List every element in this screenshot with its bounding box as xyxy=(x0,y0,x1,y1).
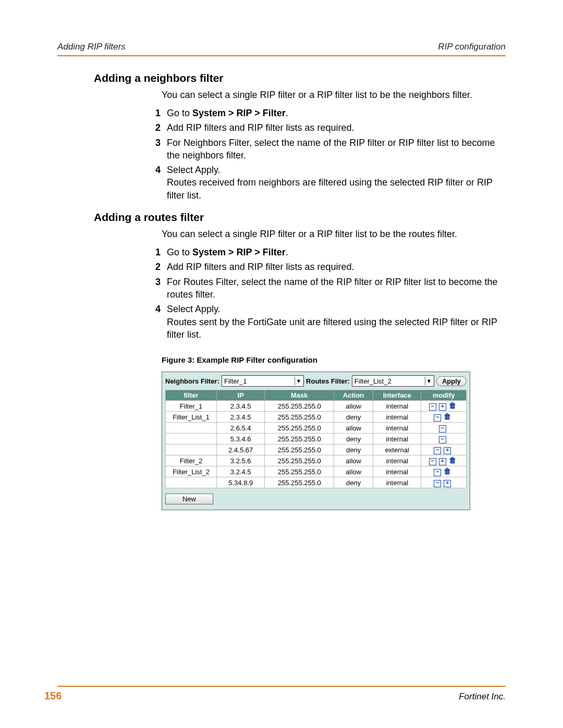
neighbors-filter-label: Neighbors Filter: xyxy=(165,377,219,385)
minus-icon[interactable]: − xyxy=(429,403,436,411)
section-heading-routes: Adding a routes filter xyxy=(94,211,506,224)
page-number: 156 xyxy=(44,690,62,702)
section1-step-1: 1 Go to System > RIP > Filter. xyxy=(146,107,506,119)
running-head-right: RIP configuration xyxy=(438,42,506,52)
col-interface: Interface xyxy=(373,390,421,401)
footer-right: Fortinet Inc. xyxy=(459,692,506,702)
table-row: Filter_List_23.2.4.5255.255.255.0allowin… xyxy=(166,466,467,477)
top-rule xyxy=(57,55,506,56)
minus-icon[interactable]: − xyxy=(434,469,441,476)
table-row: 5.34.8.9255.255.255.0denyinternal−+ xyxy=(166,477,467,488)
rip-filter-screenshot: Neighbors Filter: Filter_1 ▼ Routes Filt… xyxy=(162,372,470,510)
section2-step-2: 2 Add RIP filters and RIP filter lists a… xyxy=(146,261,506,273)
minus-icon[interactable]: − xyxy=(434,414,441,422)
routes-filter-select[interactable]: Filter_List_2 ▼ xyxy=(352,375,434,387)
section1-intro: You can select a single RIP filter or a … xyxy=(162,90,506,101)
section2-step-4: 4 Select Apply. Routes sent by the Forti… xyxy=(146,303,506,341)
table-row: Filter_List_12.3.4.5255.255.255.0denyint… xyxy=(166,412,467,423)
minus-icon[interactable]: − xyxy=(439,425,446,433)
table-row: Filter_12.3.4.5255.255.255.0allowinterna… xyxy=(166,401,467,412)
section-heading-neighbors: Adding a neighbors filter xyxy=(94,72,506,84)
new-button[interactable]: New xyxy=(165,493,213,504)
trash-icon[interactable]: 🗑 xyxy=(449,458,456,464)
section1-step-3: 3 For Neighbors Filter, select the name … xyxy=(146,137,506,162)
minus-icon[interactable]: − xyxy=(434,480,441,487)
table-row: 2.4.5.67255.255.255.0denyexternal−+ xyxy=(166,445,467,455)
col-modify: modify xyxy=(421,390,467,401)
routes-filter-label: Routes Filter: xyxy=(306,377,350,385)
section1-step-2: 2 Add RIP filters and RIP filter lists a… xyxy=(146,121,506,134)
section2-step-1: 1 Go to System > RIP > Filter. xyxy=(146,246,506,258)
minus-icon[interactable]: − xyxy=(429,458,436,465)
neighbors-filter-select[interactable]: Filter_1 ▼ xyxy=(222,375,304,387)
col-ip: IP xyxy=(217,390,265,401)
plus-icon[interactable]: + xyxy=(439,403,446,411)
trash-icon[interactable]: 🗑 xyxy=(444,414,451,420)
apply-button[interactable]: Apply xyxy=(436,376,467,386)
col-action: Action xyxy=(334,390,373,401)
chevron-down-icon: ▼ xyxy=(295,377,302,385)
plus-icon[interactable]: + xyxy=(444,447,451,454)
col-filter: filter xyxy=(166,390,217,401)
col-mask: Mask xyxy=(265,390,334,401)
minus-icon[interactable]: − xyxy=(434,447,441,454)
minus-icon[interactable]: − xyxy=(439,436,446,443)
running-head-left: Adding RIP filters xyxy=(57,42,126,52)
trash-icon[interactable]: 🗑 xyxy=(444,468,451,475)
section1-step-4: 4 Select Apply. Routes received from nei… xyxy=(146,164,506,202)
section2-step-3: 3 For Routes Filter, select the name of … xyxy=(146,276,506,301)
chevron-down-icon: ▼ xyxy=(425,377,433,385)
section2-intro: You can select a single RIP filter or a … xyxy=(162,229,506,240)
table-row: Filter_23.2.5.6255.255.255.0allowinterna… xyxy=(166,455,467,466)
rip-filter-table: filter IP Mask Action Interface modify F… xyxy=(165,390,467,488)
table-row: 2.6.5.4255.255.255.0allowinternal− xyxy=(166,423,467,434)
plus-icon[interactable]: + xyxy=(439,458,446,465)
plus-icon[interactable]: + xyxy=(444,480,451,487)
trash-icon[interactable]: 🗑 xyxy=(449,403,456,409)
figure-caption: Figure 3: Example RIP Filter configurati… xyxy=(162,355,506,364)
table-row: 5.3.4.6255.255.255.0denyinternal− xyxy=(166,434,467,445)
